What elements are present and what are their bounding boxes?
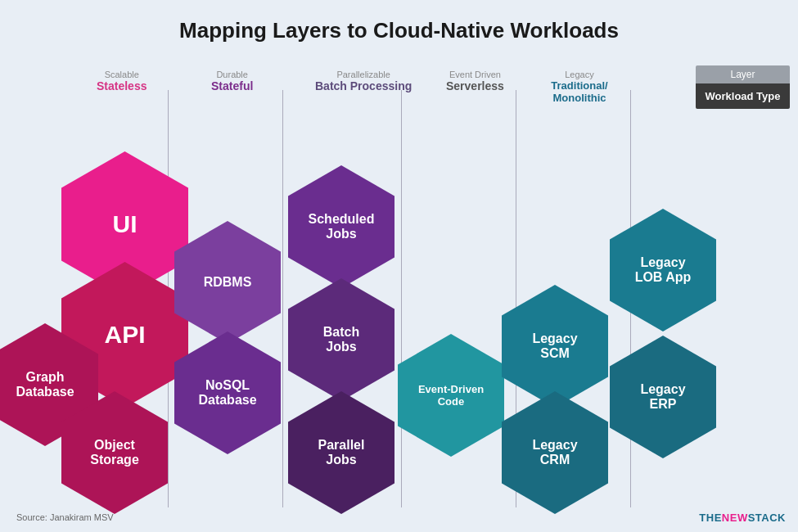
- vline-2: [282, 90, 283, 507]
- vline-3: [401, 90, 402, 507]
- header-subtitle-serverless: Event Driven: [446, 70, 504, 79]
- hex-nosql-database: NoSQL Database: [174, 331, 281, 454]
- workload-type-label: Workload Type: [696, 83, 790, 109]
- header-subtitle-traditional: Legacy: [539, 70, 620, 79]
- header-subtitle-batch: Parallelizable: [315, 70, 412, 79]
- hex-legacy-scm: Legacy SCM: [502, 285, 608, 408]
- hex-legacy-erp: Legacy ERP: [610, 336, 716, 458]
- header-subtitle-stateless: Scalable: [97, 70, 147, 79]
- header-main-serverless: Serverless: [446, 79, 504, 92]
- header-main-stateless: Stateless: [97, 79, 147, 92]
- hex-parallel-jobs: Parallel Jobs: [288, 391, 394, 514]
- header-main-batch: Batch Processing: [315, 79, 412, 92]
- header-main-stateful: Stateful: [211, 79, 253, 92]
- page-title: Mapping Layers to Cloud-Native Workloads: [0, 0, 798, 52]
- header-subtitle-stateful: Durable: [211, 70, 253, 79]
- source-text: Source: Janakiram MSV: [16, 512, 114, 522]
- layer-box: Layer Workload Type: [696, 65, 790, 109]
- header-main-traditional: Traditional/ Monolithic: [539, 79, 620, 104]
- layer-label: Layer: [696, 65, 790, 83]
- hex-legacy-lob-app: Legacy LOB App: [610, 209, 716, 331]
- hex-event-driven-code: Event-Driven Code: [398, 334, 504, 457]
- hex-legacy-crm: Legacy CRM: [502, 391, 608, 514]
- hex-scheduled-jobs: Scheduled Jobs: [288, 165, 394, 288]
- hex-rdbms: RDBMS: [174, 221, 281, 344]
- hex-batch-jobs: Batch Jobs: [288, 278, 394, 401]
- brand-text: THENEWSTACK: [699, 512, 786, 524]
